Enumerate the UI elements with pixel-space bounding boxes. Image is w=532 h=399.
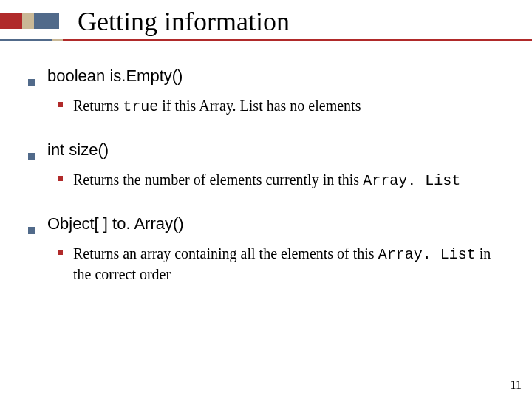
subitem-post: if this Array. List has no elements xyxy=(158,98,361,114)
list-subitem: Returns an array containing all the elem… xyxy=(58,244,510,284)
subitem-code: Array. List xyxy=(363,172,460,189)
slide-content: boolean is.Empty() Returns true if this … xyxy=(28,66,510,307)
bullet-square-icon xyxy=(28,227,35,234)
title-underline xyxy=(0,39,532,41)
list-item-header: Object[ ] to. Array() xyxy=(28,214,510,233)
bullet-square-icon xyxy=(28,79,35,86)
subitem-text: Returns an array containing all the elem… xyxy=(73,244,502,284)
subitem-pre: Returns xyxy=(73,98,123,114)
subitem-text: Returns the number of elements currently… xyxy=(73,170,460,191)
bullet-square-small-icon xyxy=(58,250,63,255)
page-number: 11 xyxy=(511,378,522,392)
subitem-pre: Returns an array containing all the elem… xyxy=(73,245,378,262)
header-blue-block xyxy=(34,13,59,29)
list-item-header: int size() xyxy=(28,140,510,160)
bullet-square-icon xyxy=(28,153,35,160)
subitem-pre: Returns the number of elements currently… xyxy=(73,171,363,188)
list-item: boolean is.Empty() Returns true if this … xyxy=(28,66,510,117)
subitem-code: true xyxy=(123,98,158,115)
subitem-text: Returns true if this Array. List has no … xyxy=(73,96,361,117)
item-header-text: int size() xyxy=(47,140,109,160)
list-item: int size() Returns the number of element… xyxy=(28,140,510,191)
list-item: Object[ ] to. Array() Returns an array c… xyxy=(28,214,510,284)
list-subitem: Returns the number of elements currently… xyxy=(58,170,510,191)
header-color-bar xyxy=(0,13,59,29)
header-red-block xyxy=(0,13,22,29)
list-item-header: boolean is.Empty() xyxy=(28,66,510,86)
item-header-text: Object[ ] to. Array() xyxy=(47,214,184,233)
list-subitem: Returns true if this Array. List has no … xyxy=(58,96,510,117)
item-header-text: boolean is.Empty() xyxy=(47,66,183,86)
header-tan-block xyxy=(22,13,34,29)
subitem-code: Array. List xyxy=(378,246,476,263)
slide-title: Getting information xyxy=(78,6,290,37)
bullet-square-small-icon xyxy=(58,102,63,107)
bullet-square-small-icon xyxy=(58,176,63,181)
